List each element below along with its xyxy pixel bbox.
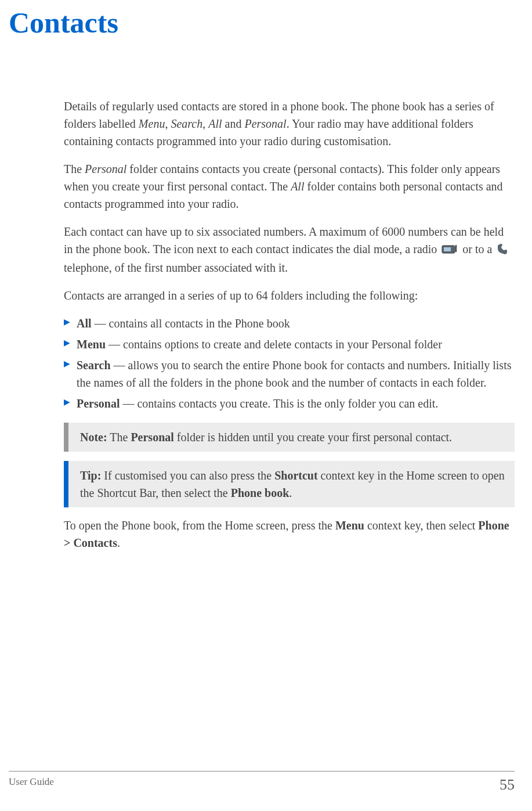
bold-text: Menu <box>335 519 364 532</box>
body-content: Details of regularly used contacts are s… <box>64 98 515 552</box>
paragraph-numbers: Each contact can have up to six associat… <box>64 223 515 276</box>
note-callout: Note: The Personal folder is hidden unti… <box>64 423 515 452</box>
list-desc: — contains options to create and delete … <box>106 338 442 351</box>
text: . <box>117 536 120 549</box>
telephone-icon <box>497 242 508 259</box>
radio-icon <box>441 242 458 259</box>
tip-callout: Tip: If customised you can also press th… <box>64 461 515 507</box>
list-desc: — allows you to search the entire Phone … <box>77 359 511 389</box>
text: The <box>64 163 85 175</box>
paragraph-folders: Contacts are arranged in a series of up … <box>64 287 515 304</box>
italic-text: Menu <box>139 117 165 130</box>
svg-rect-1 <box>444 247 451 251</box>
list-desc: — contains all contacts in the Phone boo… <box>92 317 290 330</box>
italic-text: Search <box>171 117 202 130</box>
page-title: Contacts <box>0 0 532 39</box>
italic-text: Personal <box>85 163 126 175</box>
text: Each contact can have up to six associat… <box>64 225 504 255</box>
italic-text: All <box>291 180 304 193</box>
text: If customised you can also press the <box>101 469 274 482</box>
text: or to a <box>459 243 495 255</box>
bold-text: Shortcut <box>274 469 317 482</box>
list-item: Menu — contains options to create and de… <box>64 336 515 353</box>
text: To open the Phone book, from the Home sc… <box>64 519 335 532</box>
list-label: Search <box>77 359 111 372</box>
list-item: Personal — contains contacts you create.… <box>64 395 515 412</box>
text: context key, then select <box>364 519 478 532</box>
text: and <box>222 117 245 130</box>
list-label: Personal <box>77 397 120 410</box>
footer-left: User Guide <box>9 776 54 794</box>
bold-text: Personal <box>131 431 173 444</box>
text: , <box>202 117 208 130</box>
italic-text: All <box>208 117 222 130</box>
paragraph-personal: The Personal folder contains contacts yo… <box>64 160 515 212</box>
list-item: All — contains all contacts in the Phone… <box>64 315 515 332</box>
list-desc: — contains contacts you create. This is … <box>120 397 438 410</box>
folder-list: All — contains all contacts in the Phone… <box>64 315 515 412</box>
list-item: Search — allows you to search the entire… <box>64 356 515 391</box>
paragraph-intro: Details of regularly used contacts are s… <box>64 98 515 150</box>
text: folder is hidden until you create your f… <box>174 431 452 444</box>
text: , <box>165 117 171 130</box>
text: . <box>289 486 292 499</box>
list-label: Menu <box>77 338 106 351</box>
page-number: 55 <box>500 776 515 794</box>
page-footer: User Guide 55 <box>9 771 515 794</box>
tip-label: Tip: <box>80 469 101 482</box>
text: telephone, of the first number associate… <box>64 261 288 274</box>
text: The <box>107 431 131 444</box>
list-label: All <box>77 317 92 330</box>
paragraph-open: To open the Phone book, from the Home sc… <box>64 517 515 552</box>
note-label: Note: <box>80 431 107 444</box>
italic-text: Personal <box>244 117 286 130</box>
bold-text: Phone book <box>231 486 289 499</box>
